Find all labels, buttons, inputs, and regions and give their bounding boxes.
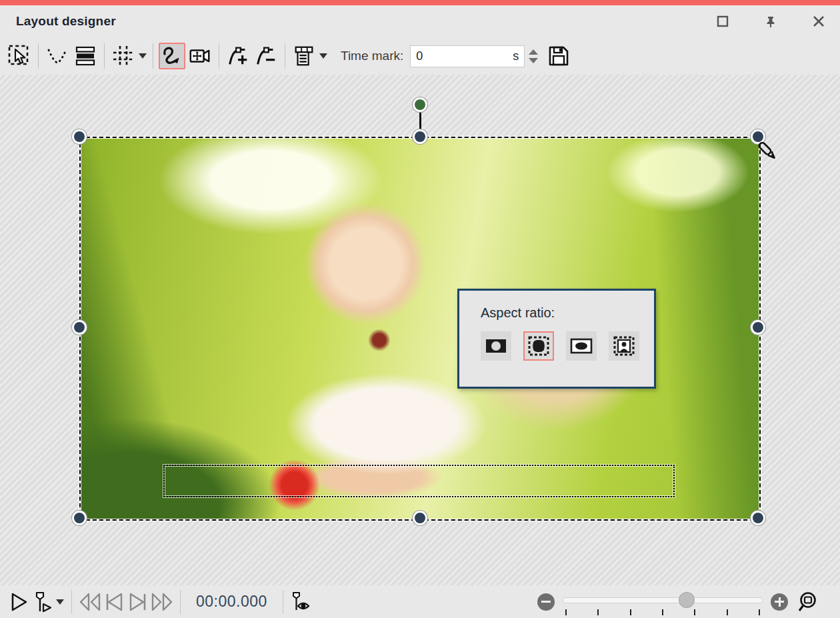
zoom-fit-button[interactable] bbox=[797, 590, 821, 614]
text-placeholder-box[interactable] bbox=[163, 465, 675, 497]
chevron-down-icon bbox=[319, 53, 327, 59]
toolbar-separator bbox=[153, 43, 153, 69]
toolbar-separator bbox=[285, 43, 285, 69]
fast-forward-button[interactable] bbox=[150, 590, 174, 614]
handle-mid-left[interactable] bbox=[72, 320, 87, 335]
next-button[interactable] bbox=[126, 590, 150, 614]
spinner-up-icon[interactable] bbox=[529, 49, 538, 55]
marker-eye-icon bbox=[289, 591, 313, 613]
time-mark-input[interactable] bbox=[416, 49, 510, 63]
rotation-handle[interactable] bbox=[413, 97, 427, 112]
play-icon bbox=[8, 591, 29, 613]
camera-pan-icon bbox=[188, 44, 212, 68]
toolbar-separator bbox=[219, 43, 219, 69]
aspect-ratio-panel: Aspect ratio: bbox=[457, 289, 656, 389]
aspect-option-rounded-frame[interactable] bbox=[523, 331, 554, 361]
play-button[interactable] bbox=[7, 590, 31, 614]
zoom-fit-icon bbox=[797, 590, 821, 614]
window-controls bbox=[713, 12, 828, 31]
slide-object[interactable] bbox=[81, 138, 759, 519]
play-from-marker-icon bbox=[32, 591, 53, 613]
handle-top-center[interactable] bbox=[413, 129, 427, 144]
play-mode-dropdown-caret[interactable] bbox=[55, 589, 65, 615]
layout-canvas[interactable]: Aspect ratio: bbox=[0, 75, 840, 585]
playback-bar: 00:00.000 bbox=[0, 585, 840, 618]
previous-icon bbox=[103, 592, 125, 612]
spinner-down-icon[interactable] bbox=[529, 58, 538, 63]
zoom-slider-track[interactable] bbox=[563, 597, 763, 603]
zoom-slider-group bbox=[537, 590, 828, 614]
zoom-slider-thumb[interactable] bbox=[679, 593, 694, 607]
aspect-option-ellipse[interactable] bbox=[566, 331, 597, 361]
close-button[interactable] bbox=[809, 12, 828, 31]
time-mark-spinner[interactable] bbox=[529, 49, 538, 63]
curve-icon bbox=[160, 44, 184, 68]
zoom-slider[interactable] bbox=[563, 592, 763, 612]
handle-top-left[interactable] bbox=[72, 129, 87, 144]
time-mark-unit: s bbox=[513, 49, 519, 63]
close-icon bbox=[813, 15, 825, 27]
slide-photo[interactable] bbox=[81, 138, 759, 519]
bottombar-separator bbox=[71, 590, 72, 614]
chevron-down-icon bbox=[56, 599, 64, 605]
grid-dropdown-caret[interactable] bbox=[137, 43, 148, 69]
save-icon bbox=[547, 44, 571, 68]
object-list-icon bbox=[292, 44, 316, 68]
time-mark-field[interactable]: s bbox=[410, 45, 525, 67]
bottombar-separator bbox=[180, 590, 181, 614]
aspect-option-filled-rect[interactable] bbox=[481, 331, 511, 361]
layers-button[interactable] bbox=[72, 43, 99, 69]
rewind-icon bbox=[78, 592, 102, 612]
layers-icon bbox=[73, 44, 97, 68]
aspect-ratio-options bbox=[481, 331, 654, 361]
curve-tool-button[interactable] bbox=[159, 43, 185, 69]
previous-button[interactable] bbox=[102, 590, 126, 614]
pen-cursor-icon bbox=[753, 137, 783, 170]
titlebar: Layout designer bbox=[0, 5, 840, 37]
toolbar-separator bbox=[38, 43, 39, 69]
filled-rect-circle-icon bbox=[485, 337, 507, 355]
handle-bottom-center[interactable] bbox=[413, 511, 427, 525]
bottombar-separator bbox=[283, 590, 283, 614]
remove-node-button[interactable] bbox=[253, 43, 279, 69]
handle-bottom-right[interactable] bbox=[751, 511, 765, 525]
grid-button[interactable] bbox=[110, 43, 137, 69]
save-button[interactable] bbox=[545, 43, 572, 69]
zoom-slider-ticks bbox=[565, 609, 760, 615]
toolbar: Time mark: s bbox=[0, 37, 840, 75]
dotted-path-icon bbox=[45, 44, 69, 68]
rounded-frame-icon bbox=[527, 335, 550, 357]
zoom-in-button[interactable] bbox=[771, 593, 788, 611]
chevron-down-icon bbox=[139, 53, 147, 59]
motion-path-points-button[interactable] bbox=[44, 43, 71, 69]
portrait-frame-icon bbox=[613, 335, 635, 357]
handle-mid-right[interactable] bbox=[751, 320, 765, 335]
aspect-ratio-label: Aspect ratio: bbox=[481, 305, 654, 321]
camera-pan-button[interactable] bbox=[187, 43, 213, 69]
next-icon bbox=[127, 592, 149, 612]
pin-icon bbox=[764, 15, 777, 28]
select-icon bbox=[7, 44, 31, 68]
time-mark-label: Time mark: bbox=[341, 49, 403, 63]
zoom-out-button[interactable] bbox=[537, 593, 555, 611]
pin-button[interactable] bbox=[761, 12, 780, 31]
window-accent-bar bbox=[0, 0, 840, 5]
fast-forward-icon bbox=[150, 592, 174, 612]
handle-bottom-left[interactable] bbox=[72, 511, 87, 525]
select-tool-button[interactable] bbox=[6, 43, 33, 69]
ellipse-icon bbox=[570, 337, 593, 355]
marker-visibility-button[interactable] bbox=[289, 590, 313, 614]
add-node-icon bbox=[226, 44, 250, 68]
play-from-marker-button[interactable] bbox=[31, 590, 55, 614]
toolbar-separator bbox=[104, 43, 105, 69]
add-node-button[interactable] bbox=[225, 43, 251, 69]
aspect-option-portrait-frame[interactable] bbox=[609, 331, 639, 361]
grid-icon bbox=[111, 44, 135, 68]
remove-node-icon bbox=[254, 44, 278, 68]
maximize-button[interactable] bbox=[713, 12, 732, 31]
window-title: Layout designer bbox=[16, 14, 116, 29]
object-list-dropdown-caret[interactable] bbox=[318, 43, 329, 69]
maximize-icon bbox=[717, 15, 729, 27]
rewind-button[interactable] bbox=[78, 590, 102, 614]
object-list-button[interactable] bbox=[291, 43, 317, 69]
